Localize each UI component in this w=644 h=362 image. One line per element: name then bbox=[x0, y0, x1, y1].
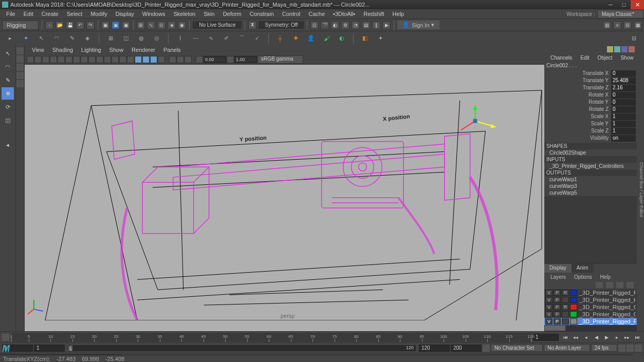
timeline-audio-icon[interactable] bbox=[2, 334, 9, 341]
step-back-frame-icon[interactable]: ◂ bbox=[581, 333, 591, 341]
menu-windows[interactable]: Windows bbox=[138, 10, 170, 18]
range-slider[interactable]: 1 120 bbox=[68, 345, 416, 351]
menu-help[interactable]: Help bbox=[389, 10, 409, 18]
new-empty-layer-icon[interactable] bbox=[616, 282, 623, 288]
cb-menu-channels[interactable]: Channels bbox=[546, 54, 576, 62]
construction-history-icon[interactable]: ⊡ bbox=[310, 21, 319, 29]
snap-together-icon[interactable]: ✦ bbox=[20, 32, 32, 45]
curve-cv-icon[interactable]: 〰 bbox=[189, 32, 201, 45]
menu-edit[interactable]: Edit bbox=[20, 10, 38, 18]
time-slider[interactable]: 1510152025303540455055606570758085909510… bbox=[0, 331, 644, 342]
cb-menu-edit[interactable]: Edit bbox=[576, 54, 593, 62]
attr-value[interactable]: 0 bbox=[611, 92, 636, 99]
snap-live-icon[interactable]: ◉ bbox=[178, 21, 186, 29]
vp-safe-title-icon[interactable] bbox=[119, 56, 126, 63]
vp-2d-pan-icon[interactable] bbox=[58, 56, 65, 63]
move-tool[interactable]: ✥ bbox=[2, 87, 14, 100]
attr-value[interactable]: 1 bbox=[611, 128, 636, 135]
shelf-options-icon[interactable]: ⊟ bbox=[628, 32, 640, 45]
layer-p-cell[interactable]: P bbox=[554, 297, 561, 303]
layer-menu-help[interactable]: Help bbox=[596, 273, 615, 281]
cluster-icon[interactable]: ✦ bbox=[374, 32, 387, 45]
vp-lock-camera-icon[interactable] bbox=[34, 56, 42, 63]
paint-select-tool[interactable]: ✎ bbox=[2, 74, 14, 86]
attr-value[interactable]: 2.16 bbox=[611, 85, 636, 91]
fps-selector[interactable]: 24 fps bbox=[591, 344, 617, 352]
snap-curve-icon[interactable]: ∿ bbox=[147, 21, 155, 29]
vp-shaded-icon[interactable] bbox=[135, 56, 142, 63]
menu-deform[interactable]: Deform bbox=[219, 10, 246, 18]
close-button[interactable]: ✕ bbox=[631, 0, 644, 9]
shelf-tabs-icon[interactable]: ▸ bbox=[4, 32, 16, 45]
step-forward-frame-icon[interactable]: ▸ bbox=[612, 333, 621, 341]
attr-value[interactable]: 0 bbox=[611, 99, 636, 106]
curve-pencil-icon[interactable]: ✐ bbox=[220, 32, 232, 45]
ik-handle-icon[interactable]: ✚ bbox=[289, 32, 302, 45]
vp-exposure-icon[interactable] bbox=[196, 56, 203, 63]
output-item[interactable]: curveWarp5 bbox=[544, 189, 637, 196]
time-slider-track[interactable]: 1510152025303540455055606570758085909510… bbox=[11, 333, 531, 342]
playback-start-field[interactable] bbox=[34, 345, 65, 352]
vp-isolate-icon[interactable] bbox=[169, 56, 176, 63]
curve-bezier-icon[interactable]: ∿ bbox=[205, 32, 217, 45]
menu-control[interactable]: Control bbox=[278, 10, 304, 18]
toggle-channel-box-icon[interactable]: ≡ bbox=[613, 21, 621, 29]
new-layer-from-selected-icon[interactable] bbox=[627, 282, 634, 288]
play-backward-icon[interactable]: ◀ bbox=[592, 333, 601, 341]
layer-row[interactable]: VPR_3D_Printer_Rigged_Rigged bbox=[544, 289, 637, 296]
four-pane-layout-icon[interactable] bbox=[16, 55, 24, 63]
soft-select-icon[interactable]: ◈ bbox=[81, 32, 94, 45]
output-item[interactable]: curveWarp3 bbox=[544, 183, 637, 189]
curve-text-icon[interactable]: ✓ bbox=[251, 32, 263, 45]
current-frame-field[interactable] bbox=[533, 334, 559, 341]
menu-modify[interactable]: Modify bbox=[86, 10, 111, 18]
mirror-weights-icon[interactable]: ◐ bbox=[336, 32, 348, 45]
right-sidebar-tab[interactable]: Channel Box / Layer Editor bbox=[637, 45, 644, 331]
selected-object-name[interactable]: Circle002 . . . bbox=[544, 62, 637, 69]
character-set-selector[interactable]: No Character Set bbox=[491, 344, 543, 352]
layer-v-cell[interactable]: V bbox=[545, 318, 553, 325]
layer-p-cell[interactable]: P bbox=[554, 311, 561, 317]
auto-key-icon[interactable] bbox=[618, 345, 625, 352]
menu-3dtoall[interactable]: •3DtoAll• bbox=[329, 10, 359, 18]
shape-item[interactable]: Circle002Shape bbox=[544, 149, 637, 156]
joint-tool-icon[interactable]: ┼ bbox=[274, 32, 286, 45]
hypershade-icon[interactable]: ◔ bbox=[352, 21, 360, 29]
cb-menu-object[interactable]: Object bbox=[594, 54, 617, 62]
snap-point-icon[interactable]: ⊙ bbox=[157, 21, 165, 29]
anim-layer-selector[interactable]: No Anim Layer bbox=[544, 344, 590, 352]
attr-value[interactable]: 0 bbox=[611, 106, 636, 113]
vp-gate-mask-icon[interactable] bbox=[96, 56, 103, 63]
curve-arc-icon[interactable]: ⌒ bbox=[235, 32, 248, 45]
toggle-tool-settings-icon[interactable]: ⊟ bbox=[623, 21, 632, 29]
vp-textured-icon[interactable] bbox=[142, 56, 150, 63]
anim-end-field[interactable] bbox=[451, 345, 482, 352]
snap-grid-icon[interactable]: ⊞ bbox=[137, 21, 145, 29]
toggle-attribute-editor-icon[interactable]: ▦ bbox=[634, 21, 642, 29]
layer-v-cell[interactable]: V bbox=[545, 290, 553, 296]
attr-value[interactable]: on bbox=[611, 135, 636, 142]
vp-exposure-field[interactable] bbox=[204, 56, 226, 63]
vp-xray-joints-icon[interactable] bbox=[185, 56, 192, 63]
save-scene-icon[interactable]: 💾 bbox=[66, 21, 74, 29]
vp-xray-icon[interactable] bbox=[177, 56, 184, 63]
menu-skin[interactable]: Skin bbox=[199, 10, 218, 18]
play-forward-icon[interactable]: ▶ bbox=[602, 333, 611, 341]
output-item[interactable]: curveWarp1 bbox=[544, 176, 637, 183]
input-item[interactable]: _3D_Printer_Rigged_Controllers bbox=[544, 163, 637, 169]
layer-color-swatch[interactable] bbox=[570, 311, 577, 317]
two-pane-layout-icon[interactable] bbox=[16, 64, 24, 71]
scale-tool[interactable]: ◫ bbox=[2, 114, 14, 126]
lasso-tool-icon[interactable]: ◠ bbox=[50, 32, 63, 45]
vp-menu-lighting[interactable]: Lighting bbox=[77, 46, 105, 54]
layer-r-cell[interactable] bbox=[562, 311, 569, 317]
curve-ep-icon[interactable]: ⌇ bbox=[174, 32, 186, 45]
layer-row[interactable]: VP_3D_Printer_Rigged_Rigged_Bo bbox=[544, 318, 637, 325]
layer-color-swatch[interactable] bbox=[570, 290, 577, 296]
layer-color-swatch[interactable] bbox=[570, 304, 577, 310]
select-by-object-icon[interactable]: ▣ bbox=[112, 21, 120, 29]
cb-icon-4[interactable] bbox=[629, 46, 635, 52]
menu-create[interactable]: Create bbox=[38, 10, 63, 18]
poly-cube-icon[interactable]: ◫ bbox=[120, 32, 132, 45]
select-tool-shelf-icon[interactable]: ↖ bbox=[35, 32, 47, 45]
